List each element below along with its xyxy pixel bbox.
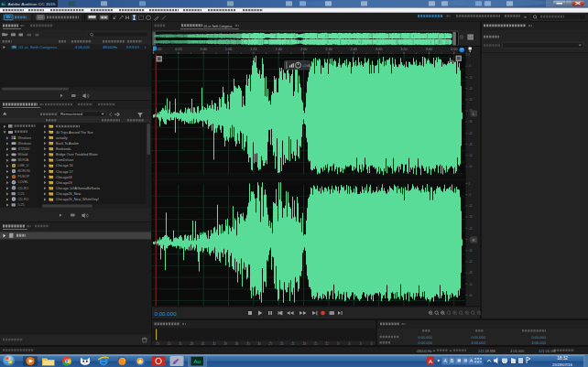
svg-text:ComDeluxe: ComDeluxe bbox=[56, 158, 73, 162]
svg-text:-60: -60 bbox=[469, 165, 473, 168]
svg-text:Windows: Windows bbox=[18, 142, 32, 146]
svg-text:4:06.000: 4:06.000 bbox=[531, 340, 546, 345]
svg-text:Au: Au bbox=[194, 359, 201, 364]
svg-text:-24: -24 bbox=[469, 227, 473, 231]
svg-text:-48: -48 bbox=[469, 143, 473, 146]
svg-text:MGold: MGold bbox=[18, 153, 28, 157]
svg-text:Chicago 16: Chicago 16 bbox=[56, 164, 73, 167]
svg-text:5.25: 5.25 bbox=[18, 203, 25, 207]
svg-text:PUSOP: PUSOP bbox=[18, 175, 30, 178]
svg-text:-12: -12 bbox=[469, 76, 473, 80]
svg-text:2:40: 2:40 bbox=[351, 48, 357, 51]
svg-text:4:06.000: 4:06.000 bbox=[471, 340, 485, 345]
svg-text:-18: -18 bbox=[469, 215, 473, 219]
svg-text:-36: -36 bbox=[469, 120, 473, 124]
svg-text:3:20: 3:20 bbox=[400, 48, 407, 51]
svg-text:-12: -12 bbox=[469, 204, 473, 208]
svg-text:4:00: 4:00 bbox=[451, 48, 457, 51]
svg-text:-51: -51 bbox=[178, 342, 182, 346]
svg-text:2:20: 2:20 bbox=[325, 48, 332, 51]
svg-text:1:00: 1:00 bbox=[225, 48, 232, 51]
svg-text:-45: -45 bbox=[201, 342, 205, 346]
svg-text:1:20: 1:20 bbox=[250, 48, 256, 51]
svg-text:-42: -42 bbox=[469, 132, 473, 135]
svg-text:4:06.000: 4:06.000 bbox=[510, 349, 525, 353]
svg-text:Chicago 17: Chicago 17 bbox=[56, 170, 73, 174]
svg-text:-57: -57 bbox=[156, 342, 160, 346]
svg-text:-15: -15 bbox=[313, 342, 318, 346]
svg-text:Bookends: Bookends bbox=[56, 147, 71, 151]
svg-text:1:40: 1:40 bbox=[276, 48, 282, 51]
svg-text:-27: -27 bbox=[268, 342, 273, 346]
svg-text:-48: -48 bbox=[190, 342, 194, 346]
svg-text:-60: -60 bbox=[469, 294, 473, 297]
svg-text:-3: -3 bbox=[359, 342, 362, 346]
svg-text:Remastered: Remastered bbox=[60, 112, 83, 116]
svg-text:4:06.000: 4:06.000 bbox=[75, 45, 91, 49]
svg-text:Back To Avalon: Back To Avalon bbox=[56, 142, 79, 146]
svg-text:Chicago26_Now: Chicago26_Now bbox=[56, 192, 81, 196]
svg-text:3:00: 3:00 bbox=[376, 48, 382, 51]
svg-text:-24: -24 bbox=[469, 98, 473, 102]
svg-text:LOVEL: LOVEL bbox=[18, 180, 29, 184]
svg-text:48000Hz: 48000Hz bbox=[103, 45, 117, 49]
svg-text:-42: -42 bbox=[469, 260, 473, 264]
svg-text:BORON: BORON bbox=[18, 169, 31, 173]
svg-text:5.25: 5.25 bbox=[18, 192, 25, 196]
svg-text:CD-RO: CD-RO bbox=[18, 198, 29, 201]
svg-text:40 Trips Around The Sun: 40 Trips Around The Sun bbox=[56, 131, 93, 135]
svg-text:18:32: 18:32 bbox=[557, 356, 568, 361]
svg-text:0:00.000: 0:00.000 bbox=[418, 340, 432, 345]
svg-text:-18: -18 bbox=[469, 87, 473, 91]
svg-text:01-st. Seth Congress: 01-st. Seth Congress bbox=[204, 24, 233, 28]
svg-text:LGE_U: LGE_U bbox=[18, 164, 29, 167]
svg-text:-54: -54 bbox=[469, 154, 473, 157]
svg-text:+0: +0 bbox=[302, 64, 306, 68]
svg-text:-54: -54 bbox=[469, 283, 473, 286]
svg-text:121.06 GB: 121.06 GB bbox=[539, 349, 556, 353]
svg-text:CD-RO: CD-RO bbox=[18, 187, 29, 190]
svg-text:01-st. Seth Congress: 01-st. Seth Congress bbox=[19, 45, 58, 49]
svg-text:-6: -6 bbox=[469, 193, 472, 197]
svg-text:Windows: Windows bbox=[18, 136, 32, 140]
svg-text:R: R bbox=[473, 238, 475, 243]
svg-text:B: B bbox=[451, 359, 453, 363]
svg-text:0:00.000: 0:00.000 bbox=[531, 335, 546, 340]
svg-text:48000 Hz: 48000 Hz bbox=[417, 349, 432, 353]
svg-text:-54: -54 bbox=[167, 342, 171, 346]
svg-text:0:00.000: 0:00.000 bbox=[155, 310, 178, 317]
svg-text:-33: -33 bbox=[245, 342, 250, 346]
svg-text:2:00: 2:00 bbox=[300, 48, 307, 51]
svg-text:Chicago..IsItAGonnaBeSanta: Chicago..IsItAGonnaBeSanta bbox=[56, 187, 101, 190]
svg-text:Bridge Over Troubled Water: Bridge Over Troubled Water bbox=[56, 153, 99, 157]
svg-text:-6: -6 bbox=[469, 64, 472, 68]
svg-text:2019/07/16: 2019/07/16 bbox=[552, 362, 573, 367]
svg-text:A: A bbox=[429, 359, 432, 364]
svg-text:-21: -21 bbox=[290, 342, 295, 346]
svg-text:121.38 MB: 121.38 MB bbox=[478, 349, 495, 353]
svg-text:-48: -48 bbox=[469, 271, 473, 275]
svg-text:-24: -24 bbox=[279, 342, 284, 346]
svg-text:-18: -18 bbox=[302, 342, 307, 346]
svg-text:Au: Au bbox=[2, 3, 5, 6]
svg-text:ST2000: ST2000 bbox=[18, 147, 30, 151]
svg-text:-42: -42 bbox=[212, 342, 216, 346]
svg-text:-30: -30 bbox=[257, 342, 262, 346]
svg-text:-36: -36 bbox=[234, 342, 239, 346]
svg-text:Chicago18: Chicago18 bbox=[56, 176, 72, 179]
svg-text:-36: -36 bbox=[469, 249, 473, 253]
svg-text:-39: -39 bbox=[223, 342, 228, 346]
svg-text:dB: dB bbox=[307, 64, 311, 68]
svg-text:»: » bbox=[524, 14, 527, 19]
svg-text:Adobe Audition CC 2015: Adobe Audition CC 2015 bbox=[8, 2, 57, 6]
svg-text:-12: -12 bbox=[324, 342, 329, 346]
svg-text:3:40: 3:40 bbox=[426, 48, 432, 51]
svg-text:0:40: 0:40 bbox=[201, 48, 207, 51]
svg-text:Chicago26_Now_WhiteVinyl: Chicago26_Now_WhiteVinyl bbox=[56, 198, 99, 201]
svg-text:MOKIA: MOKIA bbox=[18, 158, 29, 162]
svg-text:Chicago19: Chicago19 bbox=[56, 181, 72, 185]
svg-text:-9: -9 bbox=[336, 342, 339, 346]
svg-text:0:20: 0:20 bbox=[175, 48, 181, 51]
svg-text:0:00.000: 0:00.000 bbox=[471, 335, 485, 340]
svg-text:actually: actually bbox=[56, 136, 68, 140]
